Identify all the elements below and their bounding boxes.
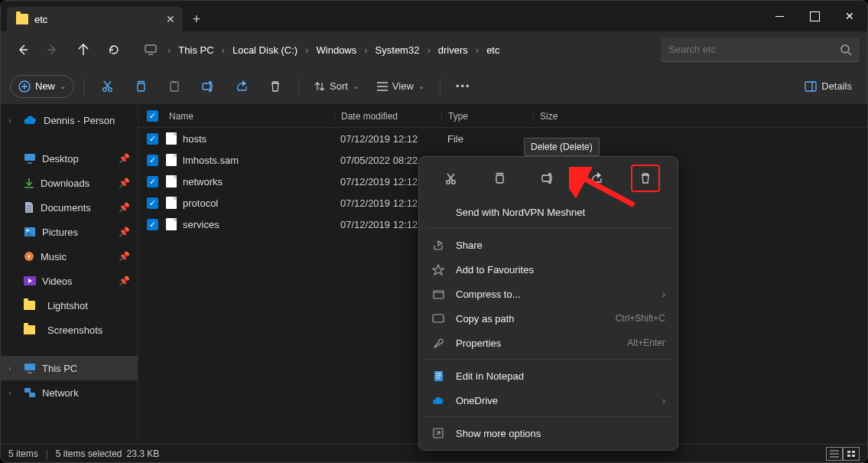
- sort-button[interactable]: Sort⌄: [308, 77, 365, 95]
- breadcrumb-item[interactable]: This PC: [174, 41, 218, 59]
- checkbox[interactable]: ✓: [147, 133, 158, 145]
- checkbox[interactable]: ✓: [147, 197, 158, 209]
- ctx-share[interactable]: Share: [419, 233, 678, 257]
- ctx-rename-button[interactable]: [534, 165, 563, 192]
- breadcrumb-item[interactable]: etc: [482, 41, 504, 59]
- ctx-send-nordvpn[interactable]: Send with NordVPN Meshnet: [419, 200, 678, 224]
- select-all-checkbox[interactable]: ✓: [138, 110, 166, 122]
- ctx-notepad[interactable]: Edit in Notepad: [419, 364, 678, 388]
- file-icon: [166, 175, 177, 187]
- star-icon: [431, 264, 445, 276]
- share-icon: [431, 240, 445, 251]
- cut-button[interactable]: [93, 73, 121, 100]
- status-size: 23.3 KB: [127, 448, 160, 459]
- file-date: 07/12/2019 12:12: [334, 133, 441, 145]
- column-date[interactable]: Date modified: [334, 111, 441, 122]
- expand-icon: [431, 428, 445, 439]
- svg-rect-0: [145, 45, 156, 52]
- column-size[interactable]: Size: [533, 111, 610, 122]
- file-row[interactable]: ✓hosts07/12/2019 12:12File: [138, 128, 867, 149]
- view-button[interactable]: View⌄: [371, 77, 431, 95]
- sidebar-item-documents[interactable]: Documents📌: [1, 195, 138, 220]
- search-input[interactable]: [661, 37, 860, 62]
- chevron-down-icon: ⌄: [60, 82, 66, 90]
- svg-rect-21: [847, 455, 850, 457]
- add-icon: [18, 80, 31, 93]
- details-pane-button[interactable]: Details: [798, 77, 858, 95]
- more-button[interactable]: •••: [450, 73, 477, 100]
- ctx-properties[interactable]: PropertiesAlt+Enter: [419, 331, 678, 355]
- window-close-button[interactable]: ✕: [832, 1, 867, 31]
- breadcrumb-item[interactable]: Windows: [312, 41, 362, 59]
- svg-rect-22: [852, 455, 855, 457]
- paste-button[interactable]: [161, 73, 188, 100]
- cloud-icon: [431, 396, 445, 405]
- sidebar-item-lightshot[interactable]: Lightshot: [1, 293, 138, 318]
- desktop-icon: [24, 153, 36, 164]
- rename-button[interactable]: [194, 73, 222, 100]
- breadcrumb-item[interactable]: System32: [371, 41, 424, 59]
- sidebar-item-network[interactable]: ›Network: [1, 380, 138, 405]
- sidebar-item-desktop[interactable]: Desktop📌: [1, 146, 138, 171]
- ctx-compress[interactable]: Compress to...›: [419, 282, 678, 306]
- column-name[interactable]: Name: [166, 111, 334, 122]
- ctx-copy-path[interactable]: Copy as pathCtrl+Shift+C: [419, 306, 678, 331]
- large-icons-view-icon[interactable]: [843, 447, 860, 461]
- folder-icon: [16, 14, 28, 24]
- file-name: lmhosts.sam: [183, 155, 239, 166]
- ctx-cut-button[interactable]: [437, 165, 466, 192]
- svg-point-3: [102, 88, 106, 92]
- sidebar-item-pictures[interactable]: Pictures📌: [1, 220, 138, 244]
- pc-icon[interactable]: [137, 36, 164, 64]
- file-type: File: [441, 133, 533, 145]
- svg-point-24: [452, 180, 456, 184]
- checkbox[interactable]: ✓: [147, 176, 158, 187]
- cloud-icon: [24, 116, 37, 125]
- new-tab-button[interactable]: +: [183, 7, 210, 31]
- checkbox[interactable]: ✓: [147, 219, 158, 230]
- breadcrumb-item[interactable]: drivers: [434, 41, 473, 59]
- new-button[interactable]: New ⌄: [10, 75, 74, 98]
- status-selected: 5 items selected: [56, 448, 122, 459]
- copy-button[interactable]: [127, 73, 154, 100]
- sidebar-item-downloads[interactable]: Downloads📌: [1, 171, 138, 195]
- svg-point-14: [28, 256, 31, 258]
- copy-path-icon: [431, 313, 445, 324]
- refresh-button[interactable]: [100, 36, 128, 64]
- search-icon: [840, 44, 852, 56]
- ctx-copy-button[interactable]: [485, 165, 514, 192]
- minimize-button[interactable]: [762, 1, 797, 31]
- checkbox[interactable]: ✓: [147, 155, 158, 166]
- up-button[interactable]: [70, 36, 97, 64]
- ctx-favourites[interactable]: Add to Favourites: [419, 257, 678, 282]
- breadcrumb-item[interactable]: Local Disk (C:): [228, 41, 302, 59]
- delete-tooltip: Delete (Delete): [524, 138, 600, 156]
- forward-button[interactable]: [39, 36, 67, 64]
- chevron-right-icon: ›: [166, 44, 172, 56]
- sidebar-item-screenshots[interactable]: Screenshots: [1, 318, 138, 342]
- search-field[interactable]: [668, 44, 840, 55]
- ctx-more-options[interactable]: Show more options: [419, 421, 678, 445]
- column-type[interactable]: Type: [441, 111, 533, 122]
- sidebar-item-onedrive[interactable]: ›Dennis - Person: [1, 108, 138, 132]
- svg-rect-20: [852, 451, 855, 453]
- ctx-onedrive[interactable]: OneDrive›: [419, 388, 678, 412]
- pc-icon: [24, 363, 36, 373]
- svg-rect-10: [24, 154, 35, 161]
- command-bar: New ⌄ Sort⌄ View⌄ ••• Details: [1, 68, 867, 105]
- details-view-icon[interactable]: [826, 447, 843, 461]
- share-button[interactable]: [228, 73, 255, 100]
- sidebar-item-videos[interactable]: Videos📌: [1, 269, 138, 293]
- chevron-right-icon: ›: [662, 289, 665, 300]
- back-button[interactable]: [8, 36, 36, 64]
- file-name: protocol: [183, 197, 218, 209]
- sidebar-item-thispc[interactable]: ›This PC: [1, 356, 138, 380]
- column-headers: ✓ Name Date modified Type Size: [138, 105, 867, 128]
- tab-etc[interactable]: etc ✕: [7, 7, 183, 31]
- music-icon: [24, 251, 34, 262]
- sidebar-item-music[interactable]: Music📌: [1, 244, 138, 269]
- close-icon[interactable]: ✕: [166, 13, 175, 25]
- delete-button[interactable]: [262, 73, 289, 100]
- svg-rect-19: [847, 451, 850, 453]
- maximize-button[interactable]: [797, 1, 832, 31]
